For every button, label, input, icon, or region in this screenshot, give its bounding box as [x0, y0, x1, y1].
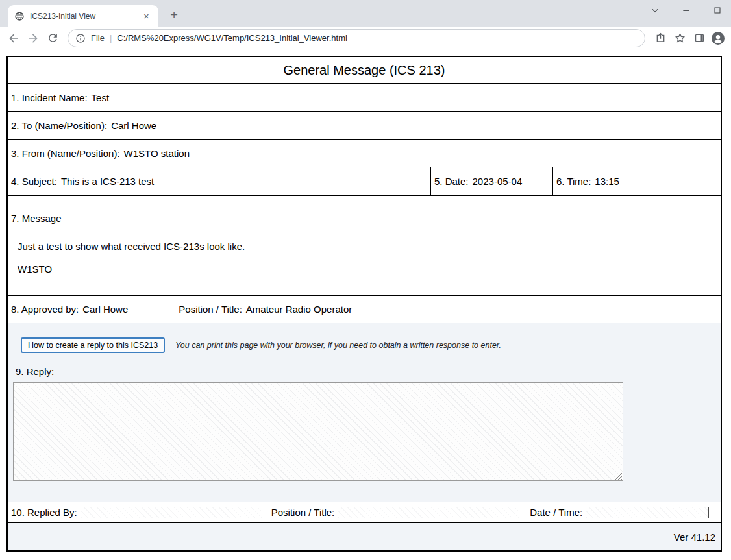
replied-datetime-label: Date / Time: — [530, 507, 582, 518]
message-row: 7. Message Just a test to show what rece… — [8, 196, 721, 296]
subject-label: 4. Subject: — [11, 176, 57, 187]
subject-date-time-row: 4. Subject: This is a ICS-213 test 5. Da… — [8, 167, 721, 196]
replied-position-input[interactable] — [338, 507, 519, 518]
forward-icon[interactable] — [25, 30, 42, 47]
reply-help-row: How to create a reply to this ICS213 You… — [21, 337, 717, 353]
to-value: Carl Howe — [111, 120, 156, 131]
tab-title: ICS213-Initial View — [30, 12, 136, 21]
close-tab-icon[interactable]: × — [141, 11, 152, 22]
browser-window: ICS213-Initial View × + — [0, 0, 731, 560]
incident-value: Test — [92, 92, 110, 103]
from-value: W1STO station — [124, 148, 190, 159]
approved-value: Carl Howe — [82, 304, 128, 315]
url-scheme: File — [91, 33, 105, 43]
from-row: 3. From (Name/Position): W1STO station — [8, 140, 721, 167]
tab-strip: ICS213-Initial View × + — [0, 0, 731, 27]
reply-help-note: You can print this page with your browse… — [175, 341, 501, 350]
position-title-value: Amateur Radio Operator — [246, 304, 352, 315]
to-row: 2. To (Name/Position): Carl Howe — [8, 112, 721, 140]
position-title-label: Position / Title: — [179, 304, 242, 315]
address-bar[interactable]: File | C:/RMS%20Express/WG1V/Temp/ICS213… — [68, 29, 645, 47]
approved-row: 8. Approved by: Carl Howe Position / Tit… — [8, 296, 721, 323]
replied-row: 10. Replied By: Position / Title: Date /… — [8, 502, 721, 523]
time-value: 13:15 — [595, 176, 619, 187]
minimize-icon[interactable] — [680, 5, 692, 16]
replied-datetime-input[interactable] — [586, 507, 709, 518]
navigation-bar: File | C:/RMS%20Express/WG1V/Temp/ICS213… — [0, 27, 731, 49]
ics213-form: General Message (ICS 213) 1. Incident Na… — [6, 56, 722, 552]
reply-textarea[interactable] — [13, 382, 623, 481]
back-icon[interactable] — [5, 30, 22, 47]
form-title: General Message (ICS 213) — [8, 57, 721, 84]
message-line: Just a test to show what received ICS-21… — [18, 241, 715, 252]
reply-label: 9. Reply: — [16, 366, 717, 377]
incident-row: 1. Incident Name: Test — [8, 84, 721, 112]
subject-cell: 4. Subject: This is a ICS-213 test — [8, 167, 431, 195]
time-label: 6. Time: — [556, 176, 591, 187]
bookmark-star-icon[interactable] — [671, 30, 688, 47]
browser-tab[interactable]: ICS213-Initial View × — [8, 5, 158, 27]
form-footer: Ver 41.12 — [8, 523, 721, 550]
date-value: 2023-05-04 — [473, 176, 523, 187]
globe-favicon-icon — [14, 11, 25, 21]
reload-icon[interactable] — [44, 30, 61, 47]
window-controls — [649, 0, 723, 21]
time-cell: 6. Time: 13:15 — [553, 167, 721, 195]
share-icon[interactable] — [652, 30, 669, 47]
incident-label: 1. Incident Name: — [11, 92, 88, 103]
from-label: 3. From (Name/Position): — [11, 148, 120, 159]
approved-label: 8. Approved by: — [11, 304, 79, 315]
reply-section: How to create a reply to this ICS213 You… — [8, 323, 721, 502]
info-icon[interactable] — [75, 33, 86, 43]
new-tab-button[interactable]: + — [165, 6, 183, 24]
page-content: General Message (ICS 213) 1. Incident Na… — [0, 49, 731, 560]
message-signature: W1STO — [18, 263, 715, 274]
to-label: 2. To (Name/Position): — [11, 120, 107, 131]
subject-value: This is a ICS-213 test — [61, 176, 154, 187]
url-text: C:/RMS%20Express/WG1V/Temp/ICS213_Initia… — [117, 33, 347, 43]
side-panel-icon[interactable] — [691, 30, 708, 47]
url-separator: | — [110, 33, 112, 43]
replied-by-input[interactable] — [81, 507, 262, 518]
date-cell: 5. Date: 2023-05-04 — [431, 167, 553, 195]
date-label: 5. Date: — [434, 176, 469, 187]
message-label: 7. Message — [11, 213, 715, 224]
reply-textarea-wrap — [13, 382, 623, 481]
maximize-icon[interactable] — [712, 5, 723, 16]
profile-avatar-icon[interactable] — [710, 30, 726, 46]
chevron-down-icon[interactable] — [649, 5, 661, 16]
replied-position-label: Position / Title: — [271, 507, 335, 518]
replied-by-label: 10. Replied By: — [11, 507, 77, 518]
reply-help-button[interactable]: How to create a reply to this ICS213 — [21, 337, 165, 353]
version-text: Ver 41.12 — [674, 531, 715, 542]
